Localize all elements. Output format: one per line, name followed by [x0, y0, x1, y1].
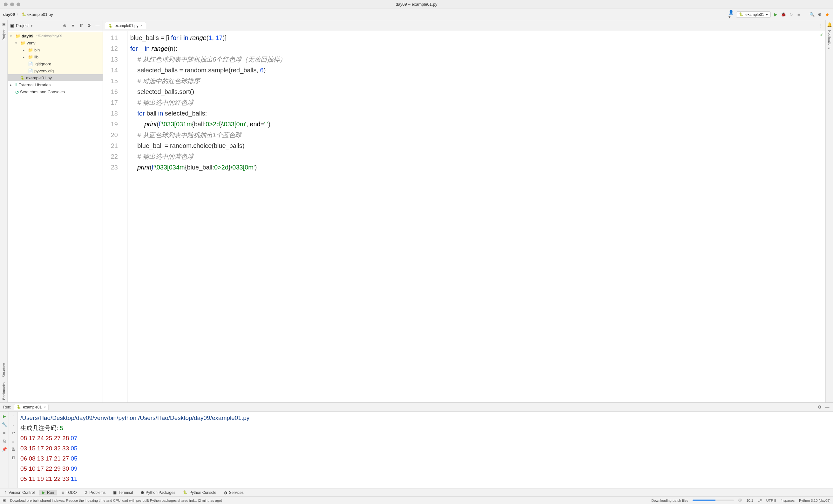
tool-tab-project[interactable]: Project	[2, 27, 6, 43]
tree-external-libraries[interactable]: ▸ ⫴ External Libraries	[8, 81, 103, 88]
python-file-icon: 🐍	[22, 12, 26, 17]
warning-icon: ⊘	[85, 490, 88, 495]
console-output[interactable]: /Users/Hao/Desktop/day09/venv/bin/python…	[18, 412, 833, 488]
tree-pyvenv[interactable]: 📄 pyvenv.cfg	[8, 67, 103, 74]
tool-tab-notifications[interactable]: Notifications	[828, 28, 831, 52]
bell-icon[interactable]: 🔔	[827, 22, 832, 28]
search-icon[interactable]: 🔍	[809, 12, 814, 17]
coverage-button[interactable]: ↻	[788, 12, 793, 17]
right-tool-strip: 🔔 Notifications	[825, 20, 833, 402]
tab-python-console[interactable]: 🐍Python Console	[180, 490, 219, 496]
tab-run[interactable]: ▶Run	[39, 490, 57, 496]
folder-icon: 📁	[28, 48, 33, 52]
trash-icon[interactable]: 🗑	[11, 455, 16, 460]
close-progress-icon[interactable]: ⓧ	[738, 498, 742, 503]
tree-bin[interactable]: ▸ 📁 bin	[8, 46, 103, 53]
collapse-all-icon[interactable]: ⇵	[78, 23, 84, 28]
tree-venv[interactable]: ▾ 📁 venv	[8, 40, 103, 46]
breadcrumb-project[interactable]: day09	[3, 12, 15, 17]
print-icon[interactable]: 🖶	[11, 447, 16, 452]
tab-todo[interactable]: ≡TODO	[58, 490, 80, 496]
progress-bar[interactable]	[693, 500, 734, 501]
inspection-ok-icon[interactable]: ✔	[820, 32, 824, 37]
tab-services[interactable]: ◑Services	[221, 490, 247, 496]
caret-position[interactable]: 10:1	[746, 499, 753, 502]
file-icon: 📄	[28, 61, 33, 66]
editor-pane: 🐍 example01.py × ⋮ 111213141516171819202…	[103, 20, 825, 402]
file-encoding[interactable]: UTF-8	[766, 499, 776, 502]
run-actions-col2: ↑ ↓ ↩ ⤓ 🖶 🗑	[9, 412, 18, 488]
gear-icon[interactable]: ⚙	[817, 12, 822, 17]
down-icon[interactable]: ↓	[11, 422, 16, 427]
stop-button[interactable]: ■	[2, 430, 7, 435]
tab-terminal[interactable]: ▣Terminal	[110, 490, 136, 496]
tool-tab-bookmarks[interactable]: Bookmarks	[2, 380, 6, 402]
chevron-down-icon[interactable]: ▾	[30, 23, 33, 28]
close-icon[interactable]: ×	[140, 24, 143, 28]
close-icon[interactable]: ×	[44, 405, 46, 409]
stop-button[interactable]: ■	[796, 12, 801, 17]
maximize-window-icon[interactable]	[17, 3, 20, 6]
left-tool-strip: ▣ Project Structure Bookmarks	[0, 20, 8, 402]
run-button[interactable]: ▶	[773, 12, 778, 17]
chevron-down-icon[interactable]: ▾	[10, 34, 14, 38]
tool-tab-structure[interactable]: Structure	[2, 360, 6, 380]
chevron-down-icon[interactable]: ▾	[15, 41, 19, 45]
add-user-icon[interactable]: 👤▾	[729, 12, 734, 17]
python-icon: 🐍	[183, 490, 187, 495]
jetbrains-icon[interactable]: ◆	[825, 12, 830, 17]
chevron-right-icon[interactable]: ▸	[23, 55, 27, 59]
hide-sidebar-icon[interactable]: —	[95, 23, 100, 28]
expand-all-icon[interactable]: ≡	[70, 23, 75, 28]
tree-gitignore[interactable]: 📄 .gitignore	[8, 60, 103, 67]
status-message[interactable]: Download pre-built shared indexes: Reduc…	[10, 499, 222, 502]
tab-python-packages[interactable]: ⬢Python Packages	[138, 490, 178, 496]
toolwindows-button[interactable]: ▣	[3, 498, 6, 502]
run-tab[interactable]: 🐍 example01 ×	[14, 404, 49, 410]
breadcrumb-file[interactable]: example01.py	[27, 12, 53, 17]
tab-version-control[interactable]: ᚶVersion Control	[1, 490, 38, 496]
editor-tab[interactable]: 🐍 example01.py ×	[105, 22, 146, 29]
status-bar: ▣ Download pre-built shared indexes: Red…	[0, 496, 833, 504]
exit-icon[interactable]: ⎘	[2, 438, 7, 444]
wrench-icon[interactable]: 🔧	[2, 422, 7, 427]
scroll-end-icon[interactable]: ⤓	[11, 438, 16, 444]
soft-wrap-icon[interactable]: ↩	[11, 430, 16, 435]
rerun-button[interactable]: ▶	[2, 413, 7, 419]
python-file-icon: 🐍	[108, 24, 113, 28]
debug-button[interactable]: 🐞	[781, 12, 786, 17]
main-area: ▣ Project Structure Bookmarks ▣ Project …	[0, 20, 833, 402]
tab-options-icon[interactable]: ⋮	[818, 23, 825, 28]
tree-lib[interactable]: ▸ 📁 lib	[8, 53, 103, 60]
close-window-icon[interactable]	[4, 3, 8, 6]
run-config-selector[interactable]: 🐍 example01 ▾	[736, 11, 771, 18]
folder-icon: 📁	[15, 34, 20, 39]
line-separator[interactable]: LF	[758, 499, 762, 502]
chevron-right-icon: 〉	[16, 12, 20, 18]
tab-problems[interactable]: ⊘Problems	[81, 490, 109, 496]
sidebar-title[interactable]: Project	[16, 23, 29, 28]
download-status[interactable]: Downloading patch files	[651, 499, 688, 502]
locate-icon[interactable]: ⊕	[62, 23, 67, 28]
fold-gutter[interactable]	[122, 31, 128, 402]
breadcrumb: day09 〉 🐍 example01.py	[3, 12, 53, 18]
python-icon: 🐍	[17, 405, 21, 409]
pin-icon[interactable]: 📌	[2, 447, 7, 452]
tree-project-root[interactable]: ▾ 📁 day09 ~/Desktop/day09	[8, 32, 103, 40]
gear-icon[interactable]: ⚙	[817, 405, 822, 410]
navigation-bar: day09 〉 🐍 example01.py 👤▾ 🐍 example01 ▾ …	[0, 9, 833, 20]
chevron-right-icon[interactable]: ▸	[10, 83, 14, 86]
indent-info[interactable]: 4 spaces	[781, 499, 794, 502]
python-file-icon: 🐍	[20, 76, 25, 80]
tree-example-selected[interactable]: 🐍 example01.py	[8, 74, 103, 81]
up-icon[interactable]: ↑	[11, 413, 16, 419]
hide-icon[interactable]: —	[825, 405, 830, 410]
interpreter-info[interactable]: Python 3.10 (day09)	[799, 499, 830, 502]
bottom-tool-tabs: ᚶVersion Control ▶Run ≡TODO ⊘Problems ▣T…	[0, 488, 833, 496]
tree-scratches[interactable]: ◔ Scratches and Consoles	[8, 88, 103, 95]
gear-icon[interactable]: ⚙	[87, 23, 92, 28]
chevron-right-icon[interactable]: ▸	[23, 48, 27, 52]
code-editor[interactable]: 11121314151617181920212223 blue_balls = …	[103, 31, 825, 402]
python-icon: 🐍	[739, 12, 743, 17]
minimize-window-icon[interactable]	[10, 3, 14, 6]
